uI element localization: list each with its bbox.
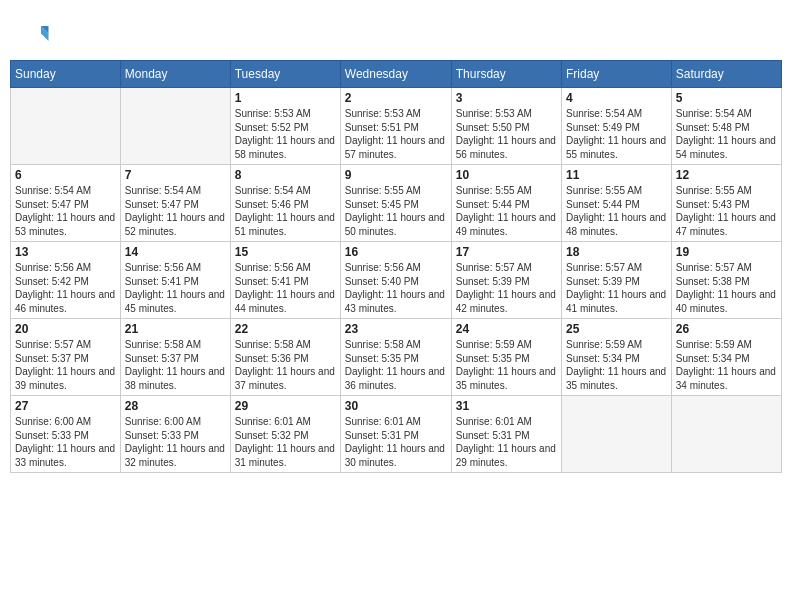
calendar-cell: 11Sunrise: 5:55 AMSunset: 5:44 PMDayligh… (562, 165, 672, 242)
day-number: 6 (15, 168, 116, 182)
cell-info: Sunrise: 5:55 AMSunset: 5:44 PMDaylight:… (456, 184, 557, 238)
calendar-cell: 3Sunrise: 5:53 AMSunset: 5:50 PMDaylight… (451, 88, 561, 165)
day-number: 27 (15, 399, 116, 413)
calendar-cell (120, 88, 230, 165)
cell-info: Sunrise: 5:54 AMSunset: 5:47 PMDaylight:… (15, 184, 116, 238)
calendar-cell: 25Sunrise: 5:59 AMSunset: 5:34 PMDayligh… (562, 319, 672, 396)
cell-info: Sunrise: 5:55 AMSunset: 5:45 PMDaylight:… (345, 184, 447, 238)
calendar-cell: 31Sunrise: 6:01 AMSunset: 5:31 PMDayligh… (451, 396, 561, 473)
calendar-cell: 16Sunrise: 5:56 AMSunset: 5:40 PMDayligh… (340, 242, 451, 319)
week-row-2: 6Sunrise: 5:54 AMSunset: 5:47 PMDaylight… (11, 165, 782, 242)
week-row-1: 1Sunrise: 5:53 AMSunset: 5:52 PMDaylight… (11, 88, 782, 165)
cell-info: Sunrise: 5:57 AMSunset: 5:39 PMDaylight:… (566, 261, 667, 315)
day-number: 7 (125, 168, 226, 182)
day-number: 24 (456, 322, 557, 336)
day-number: 18 (566, 245, 667, 259)
cell-info: Sunrise: 5:56 AMSunset: 5:42 PMDaylight:… (15, 261, 116, 315)
calendar-cell: 15Sunrise: 5:56 AMSunset: 5:41 PMDayligh… (230, 242, 340, 319)
cell-info: Sunrise: 5:54 AMSunset: 5:49 PMDaylight:… (566, 107, 667, 161)
calendar-cell: 18Sunrise: 5:57 AMSunset: 5:39 PMDayligh… (562, 242, 672, 319)
cell-info: Sunrise: 5:55 AMSunset: 5:44 PMDaylight:… (566, 184, 667, 238)
cell-info: Sunrise: 5:53 AMSunset: 5:50 PMDaylight:… (456, 107, 557, 161)
calendar-cell: 7Sunrise: 5:54 AMSunset: 5:47 PMDaylight… (120, 165, 230, 242)
calendar-cell: 26Sunrise: 5:59 AMSunset: 5:34 PMDayligh… (671, 319, 781, 396)
calendar-cell (671, 396, 781, 473)
calendar-cell: 17Sunrise: 5:57 AMSunset: 5:39 PMDayligh… (451, 242, 561, 319)
calendar-table: SundayMondayTuesdayWednesdayThursdayFrid… (10, 60, 782, 473)
day-number: 28 (125, 399, 226, 413)
calendar-cell: 5Sunrise: 5:54 AMSunset: 5:48 PMDaylight… (671, 88, 781, 165)
calendar-cell: 27Sunrise: 6:00 AMSunset: 5:33 PMDayligh… (11, 396, 121, 473)
day-number: 29 (235, 399, 336, 413)
cell-info: Sunrise: 5:58 AMSunset: 5:35 PMDaylight:… (345, 338, 447, 392)
calendar-cell: 19Sunrise: 5:57 AMSunset: 5:38 PMDayligh… (671, 242, 781, 319)
cell-info: Sunrise: 5:56 AMSunset: 5:40 PMDaylight:… (345, 261, 447, 315)
cell-info: Sunrise: 5:54 AMSunset: 5:48 PMDaylight:… (676, 107, 777, 161)
day-number: 4 (566, 91, 667, 105)
day-number: 21 (125, 322, 226, 336)
calendar-cell (11, 88, 121, 165)
cell-info: Sunrise: 6:00 AMSunset: 5:33 PMDaylight:… (15, 415, 116, 469)
day-number: 8 (235, 168, 336, 182)
page-header (10, 10, 782, 55)
calendar-cell: 2Sunrise: 5:53 AMSunset: 5:51 PMDaylight… (340, 88, 451, 165)
day-number: 2 (345, 91, 447, 105)
week-row-4: 20Sunrise: 5:57 AMSunset: 5:37 PMDayligh… (11, 319, 782, 396)
cell-info: Sunrise: 5:59 AMSunset: 5:34 PMDaylight:… (566, 338, 667, 392)
cell-info: Sunrise: 5:53 AMSunset: 5:52 PMDaylight:… (235, 107, 336, 161)
weekday-header-wednesday: Wednesday (340, 61, 451, 88)
week-row-3: 13Sunrise: 5:56 AMSunset: 5:42 PMDayligh… (11, 242, 782, 319)
cell-info: Sunrise: 5:57 AMSunset: 5:37 PMDaylight:… (15, 338, 116, 392)
calendar-cell (562, 396, 672, 473)
calendar-cell: 22Sunrise: 5:58 AMSunset: 5:36 PMDayligh… (230, 319, 340, 396)
cell-info: Sunrise: 5:57 AMSunset: 5:39 PMDaylight:… (456, 261, 557, 315)
cell-info: Sunrise: 5:56 AMSunset: 5:41 PMDaylight:… (125, 261, 226, 315)
cell-info: Sunrise: 5:58 AMSunset: 5:37 PMDaylight:… (125, 338, 226, 392)
logo-icon (20, 20, 50, 50)
calendar-cell: 4Sunrise: 5:54 AMSunset: 5:49 PMDaylight… (562, 88, 672, 165)
calendar-cell: 14Sunrise: 5:56 AMSunset: 5:41 PMDayligh… (120, 242, 230, 319)
day-number: 14 (125, 245, 226, 259)
cell-info: Sunrise: 5:54 AMSunset: 5:46 PMDaylight:… (235, 184, 336, 238)
day-number: 11 (566, 168, 667, 182)
day-number: 3 (456, 91, 557, 105)
day-number: 10 (456, 168, 557, 182)
day-number: 16 (345, 245, 447, 259)
cell-info: Sunrise: 5:58 AMSunset: 5:36 PMDaylight:… (235, 338, 336, 392)
cell-info: Sunrise: 6:01 AMSunset: 5:31 PMDaylight:… (345, 415, 447, 469)
week-row-5: 27Sunrise: 6:00 AMSunset: 5:33 PMDayligh… (11, 396, 782, 473)
calendar-cell: 13Sunrise: 5:56 AMSunset: 5:42 PMDayligh… (11, 242, 121, 319)
day-number: 19 (676, 245, 777, 259)
day-number: 30 (345, 399, 447, 413)
calendar-cell: 8Sunrise: 5:54 AMSunset: 5:46 PMDaylight… (230, 165, 340, 242)
cell-info: Sunrise: 5:59 AMSunset: 5:34 PMDaylight:… (676, 338, 777, 392)
cell-info: Sunrise: 6:01 AMSunset: 5:31 PMDaylight:… (456, 415, 557, 469)
calendar-cell: 10Sunrise: 5:55 AMSunset: 5:44 PMDayligh… (451, 165, 561, 242)
weekday-header-friday: Friday (562, 61, 672, 88)
logo (20, 20, 52, 50)
calendar-cell: 30Sunrise: 6:01 AMSunset: 5:31 PMDayligh… (340, 396, 451, 473)
cell-info: Sunrise: 5:53 AMSunset: 5:51 PMDaylight:… (345, 107, 447, 161)
weekday-header-row: SundayMondayTuesdayWednesdayThursdayFrid… (11, 61, 782, 88)
day-number: 31 (456, 399, 557, 413)
day-number: 12 (676, 168, 777, 182)
cell-info: Sunrise: 6:00 AMSunset: 5:33 PMDaylight:… (125, 415, 226, 469)
day-number: 15 (235, 245, 336, 259)
day-number: 5 (676, 91, 777, 105)
calendar-cell: 20Sunrise: 5:57 AMSunset: 5:37 PMDayligh… (11, 319, 121, 396)
cell-info: Sunrise: 6:01 AMSunset: 5:32 PMDaylight:… (235, 415, 336, 469)
weekday-header-saturday: Saturday (671, 61, 781, 88)
day-number: 17 (456, 245, 557, 259)
cell-info: Sunrise: 5:56 AMSunset: 5:41 PMDaylight:… (235, 261, 336, 315)
cell-info: Sunrise: 5:55 AMSunset: 5:43 PMDaylight:… (676, 184, 777, 238)
calendar-cell: 21Sunrise: 5:58 AMSunset: 5:37 PMDayligh… (120, 319, 230, 396)
cell-info: Sunrise: 5:54 AMSunset: 5:47 PMDaylight:… (125, 184, 226, 238)
weekday-header-sunday: Sunday (11, 61, 121, 88)
cell-info: Sunrise: 5:59 AMSunset: 5:35 PMDaylight:… (456, 338, 557, 392)
weekday-header-tuesday: Tuesday (230, 61, 340, 88)
calendar-cell: 9Sunrise: 5:55 AMSunset: 5:45 PMDaylight… (340, 165, 451, 242)
weekday-header-monday: Monday (120, 61, 230, 88)
calendar-cell: 29Sunrise: 6:01 AMSunset: 5:32 PMDayligh… (230, 396, 340, 473)
day-number: 22 (235, 322, 336, 336)
calendar-cell: 23Sunrise: 5:58 AMSunset: 5:35 PMDayligh… (340, 319, 451, 396)
